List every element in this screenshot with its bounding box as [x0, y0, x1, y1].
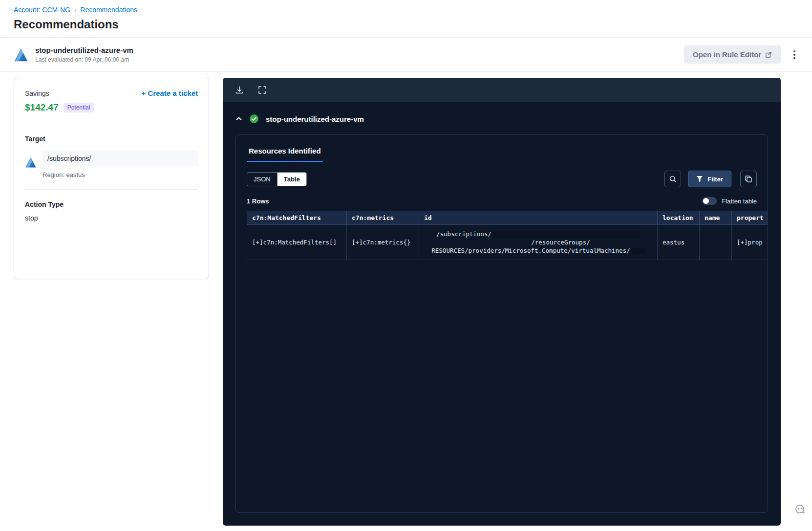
open-rule-editor-button[interactable]: Open in Rule Editor [684, 45, 781, 64]
recommendation-title: stop-underutilized-azure-vm [35, 46, 133, 54]
target-label: Target [25, 135, 198, 143]
divider [25, 124, 198, 124]
download-icon[interactable] [235, 85, 244, 95]
target-subscription-path: /subscriptions/ [43, 151, 198, 166]
topbar: Account: CCM-NG › Recommendations Recomm… [0, 0, 812, 38]
results-panel: stop-underutilized-azure-vm Resources Id… [223, 78, 781, 526]
col-header-metrics[interactable]: c7n:metrics [347, 211, 419, 225]
col-header-matched-filters[interactable]: c7n:MatchedFilters [247, 211, 347, 225]
summary-card: Savings + Create a ticket $142.47 Potent… [14, 78, 209, 279]
savings-amount: $142.47 [25, 102, 59, 113]
azure-logo-icon [14, 47, 28, 62]
external-link-icon [765, 51, 772, 58]
resource-id-line3: RESOURCES/providers/Microsoft.Compute/vi… [431, 247, 630, 254]
cell-metrics-expander[interactable]: [+]c7n:metrics{} [347, 225, 419, 260]
filter-button[interactable]: Filter [688, 171, 731, 187]
search-button[interactable] [664, 171, 681, 187]
target-region: Region: eastus [43, 171, 198, 178]
copy-button[interactable] [740, 171, 757, 187]
recommendation-header: stop-underutilized-azure-vm Last evaluat… [0, 38, 812, 72]
more-options-menu-icon[interactable] [791, 47, 798, 62]
divider [25, 189, 198, 190]
table-controls: JSON Table Filter [236, 162, 768, 187]
col-header-location[interactable]: location [658, 211, 700, 225]
cell-matched-filters-expander[interactable]: [+]c7n:MatchedFilters[] [247, 225, 347, 260]
help-chat-icon[interactable] [793, 503, 806, 517]
table-meta-row: 1 Rows Flatten table [236, 187, 768, 211]
resources-table: c7n:MatchedFilters c7n:metrics id locati… [247, 211, 768, 260]
action-type-value: stop [25, 214, 198, 222]
panel-toolbar [223, 78, 781, 102]
breadcrumb: Account: CCM-NG › Recommendations [14, 6, 798, 14]
open-rule-editor-label: Open in Rule Editor [693, 50, 761, 59]
table-row: [+]c7n:MatchedFilters[] [+]c7n:metrics{}… [247, 225, 768, 260]
recommendation-title-block: stop-underutilized-azure-vm Last evaluat… [35, 46, 133, 63]
col-header-name[interactable]: name [700, 211, 732, 225]
cell-properties-expander[interactable]: [+]prop [732, 225, 768, 260]
flatten-table-toggle[interactable] [702, 197, 717, 205]
col-header-id[interactable]: id [419, 211, 658, 225]
view-mode-json[interactable]: JSON [247, 173, 277, 186]
action-type-label: Action Type [25, 200, 198, 208]
filter-funnel-icon [696, 176, 703, 182]
breadcrumb-separator-icon: › [74, 6, 76, 14]
resources-card: Resources Identified JSON Table [235, 134, 768, 513]
view-mode-toggle: JSON Table [247, 172, 307, 186]
page-title: Recommendations [14, 18, 798, 31]
rule-section-header: stop-underutilized-azure-vm [223, 102, 781, 124]
create-ticket-link[interactable]: + Create a ticket [142, 89, 198, 97]
resource-id-line1: /subscriptions/ [436, 230, 491, 238]
table-header-row: c7n:MatchedFilters c7n:metrics id locati… [247, 211, 768, 225]
filter-button-label: Filter [707, 176, 723, 183]
tab-resources-identified[interactable]: Resources Identified [247, 143, 323, 162]
savings-label: Savings [25, 89, 49, 97]
col-header-properties[interactable]: propert [732, 211, 768, 225]
azure-logo-icon [25, 156, 37, 168]
copy-icon [745, 175, 752, 183]
rule-section-title: stop-underutilized-azure-vm [266, 115, 364, 123]
cell-location: eastus [658, 225, 700, 260]
resource-id-line2: /resourceGroups/ [531, 239, 590, 246]
redacted-value [493, 231, 640, 238]
breadcrumb-recommendations-link[interactable]: Recommendations [80, 6, 137, 14]
collapse-chevron-icon[interactable] [235, 115, 242, 122]
fullscreen-expand-icon[interactable] [258, 86, 267, 94]
view-mode-table[interactable]: Table [277, 173, 306, 186]
breadcrumb-account-link[interactable]: Account: CCM-NG [14, 6, 70, 14]
redacted-value [632, 248, 645, 254]
search-icon [669, 175, 677, 183]
recommendation-subtitle: Last evaluated on: 09 Apr, 06:00 am [35, 56, 133, 63]
row-count: 1 Rows [247, 198, 269, 205]
success-check-icon [249, 114, 259, 124]
flatten-table-label: Flatten table [722, 198, 757, 205]
main-content: Savings + Create a ticket $142.47 Potent… [0, 72, 812, 526]
cell-resource-id: /subscriptions/ /resourceGroups/ RESOURC… [419, 225, 658, 260]
cell-name [700, 225, 732, 260]
savings-potential-badge: Potential [64, 103, 94, 112]
